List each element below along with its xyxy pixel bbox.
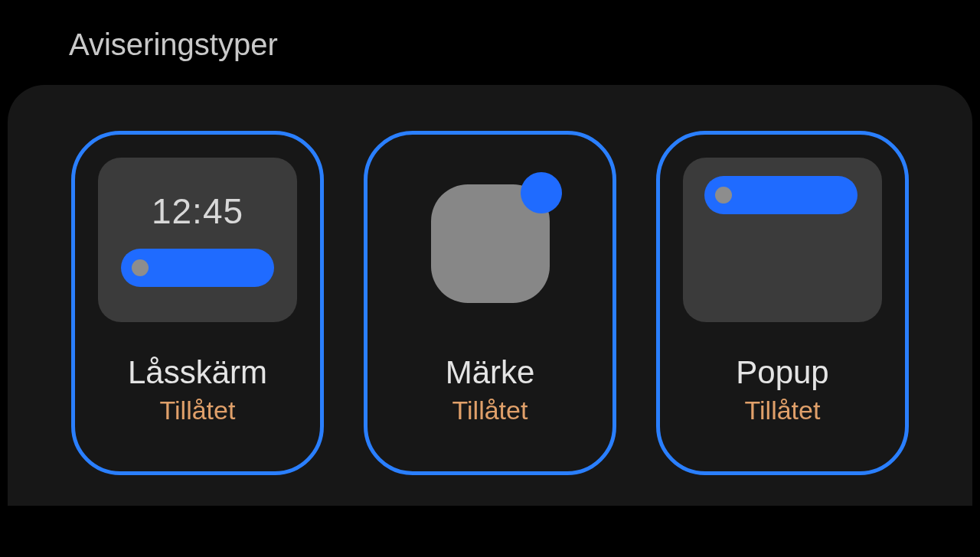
popup-labels: Popup Tillåtet — [736, 354, 828, 425]
lockscreen-preview: 12:45 — [98, 158, 297, 322]
pill-dot-icon — [132, 259, 149, 276]
badge-card[interactable]: Märke Tillåtet — [364, 131, 616, 475]
app-icon — [431, 184, 550, 303]
card-row: 12:45 Låsskärm Tillåtet — [54, 131, 926, 475]
badge-status: Tillåtet — [446, 396, 535, 425]
lockscreen-card[interactable]: 12:45 Låsskärm Tillåtet — [71, 131, 324, 475]
badge-title: Märke — [446, 354, 535, 391]
popup-title: Popup — [736, 354, 828, 391]
lockscreen-labels: Låsskärm Tillåtet — [128, 354, 267, 425]
notification-pill-icon — [121, 249, 274, 287]
popup-pill-icon — [704, 176, 858, 214]
section-title: Aviseringstyper — [69, 28, 911, 62]
popup-card[interactable]: Popup Tillåtet — [656, 131, 909, 475]
notification-types-panel: 12:45 Låsskärm Tillåtet — [8, 85, 972, 506]
badge-labels: Märke Tillåtet — [446, 354, 535, 425]
pill-dot-icon — [715, 187, 732, 204]
badge-preview — [390, 158, 590, 322]
badge-dot-icon — [521, 172, 562, 213]
section-header: Aviseringstyper — [0, 0, 980, 85]
settings-page: Aviseringstyper 12:45 Låsskärm Tillåtet — [0, 0, 980, 557]
lockscreen-title: Låsskärm — [128, 354, 267, 391]
lockscreen-status: Tillåtet — [128, 396, 267, 425]
popup-status: Tillåtet — [736, 396, 828, 425]
popup-preview — [683, 158, 882, 322]
lockscreen-time: 12:45 — [152, 191, 243, 232]
